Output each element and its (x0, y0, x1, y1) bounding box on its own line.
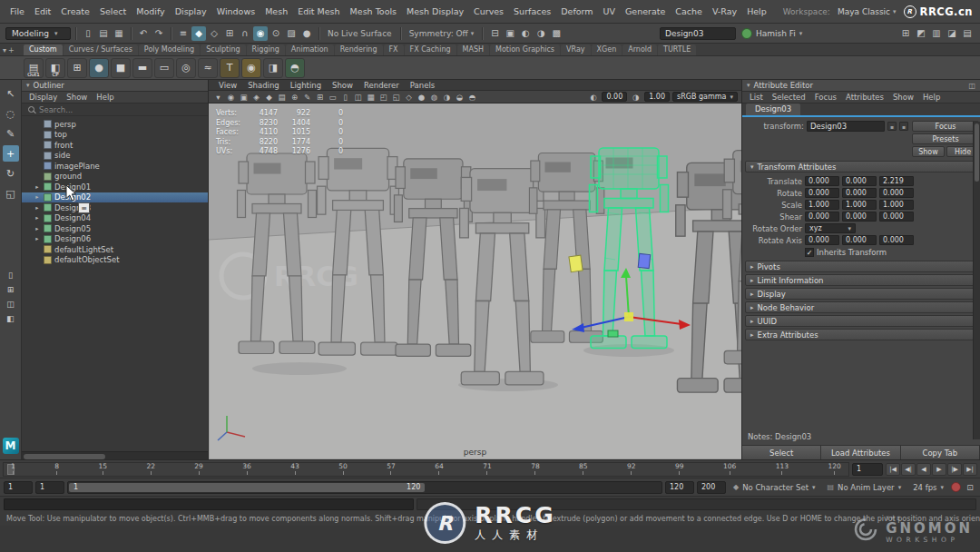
blue-component-handle[interactable] (638, 253, 651, 268)
outliner-persp-layout-button[interactable]: ◧ (3, 312, 19, 324)
current-frame-field[interactable]: 1 (852, 463, 883, 476)
no-live-surface-button[interactable]: No Live Surface (324, 29, 396, 38)
save-scene-icon[interactable]: ▦ (112, 26, 126, 41)
image-plane-icon[interactable]: ▤ (276, 92, 288, 103)
collapsed-section[interactable]: ▸ UUID (745, 315, 977, 327)
go-to-start-button[interactable]: |◀ (886, 463, 900, 476)
outliner-menu-item[interactable]: Show (63, 93, 91, 102)
viewport-menu-item[interactable]: Lighting (286, 81, 326, 90)
ae-vertical-scrollbar[interactable] (973, 122, 980, 439)
snap-to-curve-icon[interactable]: ∩ (238, 26, 252, 41)
attribute-editor-menu-item[interactable]: Show (889, 93, 917, 102)
shelf-component-editor-button[interactable]: ◧ CP (45, 58, 65, 78)
outliner-item[interactable]: ▸ imagePlane (22, 161, 208, 172)
menu-item[interactable]: Deform (556, 5, 597, 18)
attribute-field-z[interactable]: 0.000 (879, 188, 914, 198)
attribute-editor-menu-item[interactable]: Focus (811, 93, 840, 102)
redo-icon[interactable]: ↷ (152, 26, 166, 41)
rotate-axis-x-field[interactable]: 0.000 (805, 235, 839, 245)
resolution-gate-icon[interactable]: ▯ (339, 92, 351, 103)
attribute-field-z[interactable]: 2.219 (879, 176, 914, 186)
outliner-item[interactable]: ▸ front (22, 140, 208, 151)
shelf-light-button[interactable]: ◉ (241, 58, 261, 78)
collapsed-section[interactable]: ▸ Extra Attributes (745, 329, 977, 340)
menu-item[interactable]: Generate (621, 5, 670, 18)
outliner-item[interactable]: ▸ Design04 (22, 213, 208, 224)
collapsed-section[interactable]: ▸ Node Behavior (745, 301, 977, 313)
shelf-tab[interactable]: TURTLE (658, 44, 696, 55)
menu-item[interactable]: Curves (469, 5, 508, 18)
2d-pan-zoom-icon[interactable]: ⊕ (289, 92, 300, 103)
outliner-item[interactable]: ▸ Design03 (22, 202, 208, 213)
outliner-menu-item[interactable]: Help (93, 93, 117, 102)
shelf-tab[interactable]: VRay (561, 44, 591, 55)
field-chart-icon[interactable]: ▦ (365, 92, 377, 103)
shelf-menu-icon[interactable]: ▾ (3, 46, 6, 54)
shelf-sphere-button[interactable]: ● (89, 58, 109, 78)
menu-item[interactable]: Windows (212, 5, 260, 18)
undo-icon[interactable]: ↶ (136, 26, 151, 41)
outliner-item[interactable]: ▸ defaultObjectSet (22, 255, 208, 266)
animation-preferences-button[interactable]: ⊡ (964, 481, 976, 493)
gamma-field[interactable]: 1.00 (644, 92, 670, 102)
ipr-render-icon[interactable]: ◑ (534, 26, 548, 41)
gate-mask-icon[interactable]: ◫ (352, 92, 364, 103)
green-component-handle[interactable] (608, 330, 618, 337)
shelf-material-button[interactable]: ◓ (285, 58, 305, 78)
shelf-tab[interactable]: Rendering (335, 44, 383, 55)
panel-menu-icon[interactable]: ▾ (26, 82, 30, 89)
expand-arrow-icon[interactable]: ▸ (34, 193, 41, 201)
shelf-tab[interactable]: Rigging (247, 44, 285, 55)
playback-range-bar[interactable]: 1 120 (69, 483, 425, 492)
focus-button[interactable]: Focus (912, 121, 979, 132)
shelf-outliner-button[interactable]: ▤ Out1 (24, 58, 44, 78)
outliner-item[interactable]: ▸ defaultLightSet (22, 244, 208, 255)
scrollbar-thumb[interactable] (975, 123, 979, 182)
attribute-field-x[interactable]: 0.000 (805, 188, 839, 198)
play-forwards-button[interactable]: ▶ (932, 463, 946, 476)
four-pane-layout-button[interactable]: ⊞ (3, 283, 19, 295)
menu-item[interactable]: Create (56, 5, 94, 18)
shadows-icon[interactable]: ◒ (454, 92, 466, 103)
shelf-tab[interactable]: FX Caching (405, 44, 456, 55)
attribute-editor-icon[interactable]: ▥ (929, 26, 944, 41)
yellow-component-handle[interactable] (569, 255, 583, 272)
outliner-item[interactable]: ▸ ground (22, 172, 208, 182)
lock-icon[interactable]: ▪ (887, 122, 897, 131)
hypershade-icon[interactable]: ◩ (914, 26, 928, 41)
single-pane-layout-button[interactable]: ▯ (3, 269, 19, 281)
snap-to-projected-center-icon[interactable]: ⊙ (269, 26, 283, 41)
pin-icon[interactable]: ▪ (899, 122, 908, 131)
make-object-live-icon[interactable]: ● (299, 26, 314, 41)
collapsed-section[interactable]: ▸ Display (745, 288, 977, 300)
rotate-axis-y-field[interactable]: 0.000 (842, 235, 877, 245)
safe-title-icon[interactable]: ◱ (390, 92, 402, 103)
shelf-torus-button[interactable]: ◎ (176, 58, 196, 78)
safe-action-icon[interactable]: ◰ (377, 92, 389, 103)
lights-icon[interactable]: ◑ (441, 92, 453, 103)
attribute-field-y[interactable]: 1.000 (842, 200, 877, 210)
collapsed-section[interactable]: ▸ Pivots (745, 261, 977, 272)
menu-item[interactable]: Mesh Tools (346, 5, 401, 18)
rotate-axis-z-field[interactable]: 0.000 (879, 235, 914, 245)
copy-tab-button[interactable]: Copy Tab (901, 446, 980, 459)
section-transform-attributes[interactable]: ▾ Transform Attributes (745, 161, 977, 172)
viewport-menu-item[interactable]: Shading (243, 81, 284, 90)
shelf-tab[interactable]: Poly Modeling (139, 44, 200, 55)
attribute-field-x[interactable]: 0.000 (805, 212, 839, 222)
outliner-item[interactable]: ▸ Design01 (22, 182, 208, 192)
menu-item[interactable]: Modify (132, 5, 169, 18)
new-scene-icon[interactable]: ▯ (81, 26, 95, 41)
collapsed-section[interactable]: ▸ Limit Information (745, 274, 977, 286)
tool-settings-icon[interactable]: ◪ (945, 26, 959, 41)
outliner-horizontal-scrollbar[interactable] (22, 451, 208, 459)
shelf-tab[interactable]: Motion Graphics (490, 44, 560, 55)
anim-layer-menu[interactable]: ▤No Anim Layer▾ (823, 483, 906, 492)
expand-arrow-icon[interactable]: ▸ (34, 235, 41, 242)
step-forward-frame-button[interactable]: |▶ (947, 463, 962, 476)
range-slider[interactable]: 1 120 (67, 481, 662, 494)
shelf-curve-button[interactable]: ≈ (198, 58, 218, 78)
wireframe-icon[interactable]: ◇ (403, 92, 415, 103)
shelf-tab[interactable]: Curves / Surfaces (64, 44, 138, 55)
textured-icon[interactable]: ◍ (428, 92, 440, 103)
